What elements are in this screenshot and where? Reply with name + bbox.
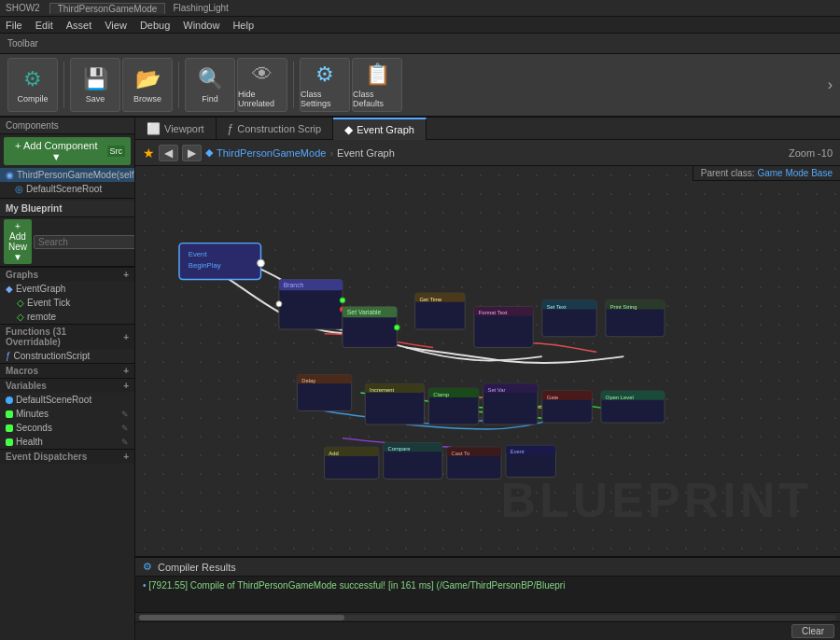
search-row: + Add New ▼ 🔍 👁 [0, 217, 134, 267]
tab-thirdperson[interactable]: ThirdPersonGameMode [49, 3, 166, 14]
tabs-row: ⬜ Viewport ƒ Construction Scrip ◆ Event … [135, 118, 840, 140]
back-button[interactable]: ◀ [159, 145, 178, 161]
svg-text:Event: Event [189, 250, 208, 258]
variable-defaultsceneroot[interactable]: DefaultSceneRoot [0, 393, 134, 407]
blueprint-graph-svg: Event BeginPlay Branch Set [135, 166, 840, 556]
compiler-panel: ⚙ Compiler Results • [7921.55] Compile o… [135, 556, 840, 640]
variable-minutes[interactable]: Minutes ✎ [0, 407, 134, 421]
remote-icon: ◇ [17, 312, 24, 322]
forward-button[interactable]: ▶ [182, 145, 202, 161]
breadcrumb: ★ ◀ ▶ ◆ ThirdPersonGameMode › Event Grap… [143, 145, 395, 161]
menu-file[interactable]: File [6, 20, 22, 31]
my-blueprint-title: My Blueprint [6, 203, 63, 214]
macros-add-button[interactable]: + [123, 366, 129, 376]
separator-1 [0, 198, 134, 199]
menu-asset[interactable]: Asset [66, 20, 92, 31]
class-defaults-button[interactable]: 📋 Class Defaults [352, 58, 402, 112]
svg-text:Set Text: Set Text [547, 304, 567, 310]
add-new-button[interactable]: + Add New ▼ [4, 219, 32, 264]
variable-seconds[interactable]: Seconds ✎ [0, 421, 134, 435]
graphs-add-button[interactable]: + [123, 270, 129, 280]
breadcrumb-icon: ◆ [205, 146, 213, 159]
blueprint-search-input[interactable] [34, 235, 135, 249]
class-defaults-icon: 📋 [365, 63, 390, 87]
eventgraph-tab-icon: ◆ [344, 123, 353, 136]
blueprint-canvas[interactable]: Parent class: Game Mode Base [135, 166, 840, 556]
svg-text:Clamp: Clamp [433, 392, 449, 397]
var-sceneroot-label: DefaultSceneRoot [16, 395, 91, 405]
node-event-tick: Event BeginPlay [179, 243, 264, 280]
construction-script-item[interactable]: ƒ ConstructionScript [0, 349, 134, 363]
tab-construction[interactable]: ƒ Construction Scrip [217, 118, 334, 140]
save-button[interactable]: 💾 Save [70, 58, 120, 112]
breadcrumb-separator: › [329, 147, 333, 159]
tab-viewport[interactable]: ⬜ Viewport [135, 118, 217, 140]
health-edit-icon[interactable]: ✎ [121, 438, 129, 447]
eventgraph-item[interactable]: ◆ EventGraph [0, 282, 134, 296]
breadcrumb-project[interactable]: ThirdPersonGameMode [217, 147, 326, 159]
variables-add-button[interactable]: + [123, 381, 129, 391]
compiler-scrollbar[interactable] [135, 612, 840, 621]
var-dot-seconds [6, 424, 13, 432]
find-button[interactable]: 🔍 Find [185, 58, 235, 112]
scrollbar-thumb[interactable] [139, 615, 344, 620]
macros-section-header[interactable]: Macros + [0, 363, 134, 378]
event-dispatchers-header[interactable]: Event Dispatchers + [0, 449, 134, 464]
menu-debug[interactable]: Debug [140, 20, 170, 31]
clear-button[interactable]: Clear [791, 624, 834, 638]
menu-window[interactable]: Window [183, 20, 219, 31]
svg-text:Cast To: Cast To [452, 451, 470, 456]
event-tick-label: Event Tick [27, 298, 70, 308]
svg-point-3 [258, 259, 265, 267]
browse-button[interactable]: 📂 Browse [122, 58, 173, 112]
tab-flashlight[interactable]: FlashingLight [165, 3, 235, 13]
viewport-icon: ⬜ [147, 122, 161, 135]
favorite-star[interactable]: ★ [143, 146, 155, 160]
var-health-label: Health [16, 437, 43, 447]
functions-section-header[interactable]: Functions (31 Overridable) + [0, 324, 134, 349]
class-settings-label: Class Settings [301, 90, 349, 108]
gamemode-label: ThirdPersonGameMode(self) [17, 170, 135, 180]
event-tick-item[interactable]: ◇ Event Tick [0, 296, 134, 310]
tab-eventgraph[interactable]: ◆ Event Graph [333, 118, 427, 140]
hide-unrelated-button[interactable]: 👁 Hide Unrelated [237, 58, 287, 112]
functions-add-button[interactable]: + [123, 332, 129, 342]
compiler-footer: Clear [135, 621, 840, 640]
component-item-gamemode[interactable]: ◉ ThirdPersonGameMode(self) [0, 168, 134, 182]
graphs-section-header[interactable]: Graphs + [0, 267, 134, 282]
variables-section-header[interactable]: Variables + [0, 378, 134, 393]
component-item-defaultsceneroot[interactable]: ◎ DefaultSceneRoot [0, 182, 134, 196]
scrollbar-track[interactable] [139, 615, 836, 620]
construction-tab-icon: ƒ [228, 122, 234, 135]
toolbar-expand-button[interactable]: › [828, 77, 833, 93]
svg-text:Get Time: Get Time [420, 297, 442, 302]
remote-item[interactable]: ◇ remote [0, 310, 134, 324]
construction-icon: ƒ [6, 351, 11, 361]
gamemode-icon: ◉ [6, 170, 14, 180]
menu-edit[interactable]: Edit [35, 20, 53, 31]
event-tick-icon: ◇ [17, 298, 24, 308]
top-system-bar: SHOW2 ThirdPersonGameMode FlashingLight [0, 0, 840, 17]
event-dispatchers-add-button[interactable]: + [123, 452, 129, 462]
compile-button[interactable]: ⚙ Compile [7, 58, 58, 112]
svg-text:Add: Add [329, 451, 338, 456]
class-settings-button[interactable]: ⚙ Class Settings [300, 58, 350, 112]
seconds-edit-icon[interactable]: ✎ [121, 424, 129, 433]
components-header: Components [0, 118, 134, 134]
toolbar-divider-3 [293, 62, 294, 108]
browse-label: Browse [133, 94, 161, 104]
remote-label: remote [27, 312, 56, 322]
variable-health[interactable]: Health ✎ [0, 435, 134, 449]
graphs-label: Graphs [6, 270, 38, 280]
functions-label: Functions (31 Overridable) [6, 327, 123, 347]
svg-text:Format Text: Format Text [479, 310, 508, 315]
node-cluster-2: Set Variable [343, 307, 399, 348]
sceneroot-label: DefaultSceneRoot [26, 184, 102, 194]
minutes-edit-icon[interactable]: ✎ [121, 410, 129, 419]
construction-label: ConstructionScript [14, 351, 91, 361]
menu-help[interactable]: Help [232, 20, 254, 31]
menu-view[interactable]: View [105, 20, 127, 31]
toolbar-divider-1 [63, 62, 64, 108]
svg-text:Delay: Delay [301, 378, 315, 383]
add-component-button[interactable]: + Add Component ▼ Src [4, 137, 131, 165]
